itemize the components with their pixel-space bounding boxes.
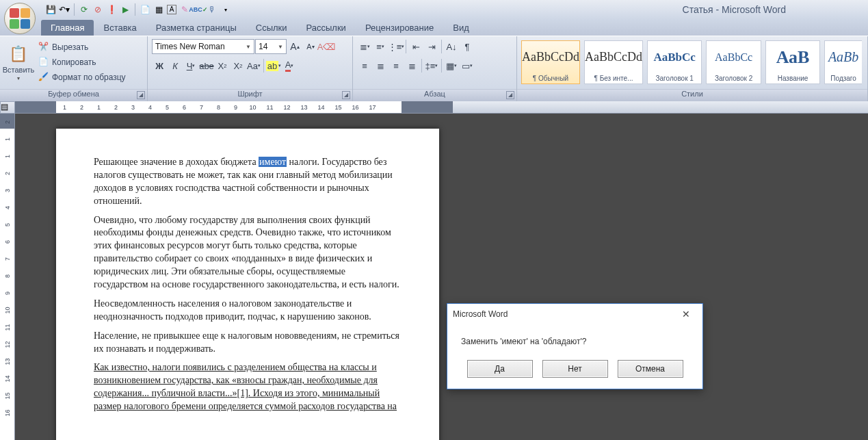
window-title: Статья - Microsoft Word [683, 4, 786, 15]
font-size-value: 14 [259, 42, 267, 51]
justify-button[interactable]: ≣ [404, 58, 419, 73]
style-title[interactable]: АаВНазвание [765, 40, 820, 84]
copy-label: Копировать [52, 57, 96, 67]
borders-button[interactable]: ▭▾ [460, 58, 475, 73]
align-left-button[interactable]: ≡ [357, 58, 372, 73]
bold-button[interactable]: Ж [152, 58, 167, 73]
undo-icon[interactable]: ↶▾ [59, 4, 70, 15]
replace-dialog: Microsoft Word ✕ Заменить 'имеют' на 'об… [447, 303, 703, 389]
shrink-font-button[interactable]: A▾ [303, 39, 318, 54]
group-paragraph: ≣▾ ≡▾ ⋮≡▾ ⇤ ⇥ A↓ ¶ ≡ ≣ ≡ ≣ ‡≡▾ ▦▾ ▭▾ [353, 36, 517, 101]
font-color-button[interactable]: A▾ [282, 58, 297, 73]
paste-icon: 📋 [9, 45, 28, 64]
doc-paragraph[interactable]: Решающее значение в доходах бюджета имею… [94, 156, 402, 208]
run-icon[interactable]: ▶ [120, 4, 131, 15]
font-name-value: Times New Roman [155, 42, 225, 51]
alert-icon[interactable]: ❗ [106, 4, 117, 15]
dialog-titlebar[interactable]: Microsoft Word ✕ [447, 304, 702, 324]
app-icon[interactable]: ▦ [153, 4, 164, 15]
font-name-combo[interactable]: Times New Roman▼ [152, 39, 254, 54]
stop-icon[interactable]: ⊘ [92, 4, 103, 15]
doc-paragraph[interactable]: Неосведомленность населения о налоговом … [94, 298, 402, 324]
qat-more-icon[interactable]: ▾ [220, 4, 231, 15]
shading-button[interactable]: ▦▾ [444, 58, 459, 73]
tab-review[interactable]: Рецензирование [356, 20, 443, 36]
paste-button[interactable]: 📋 Вставить ▾ [4, 39, 33, 88]
save-icon[interactable]: 💾 [45, 4, 56, 15]
brush-icon: 🖌️ [38, 72, 49, 83]
style-normal[interactable]: AaBbCcDd¶ Обычный [521, 40, 580, 84]
align-center-button[interactable]: ≣ [373, 58, 388, 73]
horizontal-ruler[interactable]: 121234567891011121314151617 [15, 101, 868, 114]
clear-format-button[interactable]: A⌫ [319, 39, 334, 54]
doc-paragraph[interactable]: Как известно, налоги появились с разделе… [94, 361, 402, 413]
bullets-button[interactable]: ≣▾ [357, 39, 372, 54]
tab-home[interactable]: Главная [41, 20, 94, 36]
dialog-message: Заменить 'имеют' на 'обладают'? [447, 324, 702, 360]
increase-indent-button[interactable]: ⇥ [424, 39, 439, 54]
title-bar: 💾 ↶▾ ⟳ ⊘ ❗ ▶ 📄 ▦ A ✎ ABC✓ 🎙 ▾ Статья - M… [0, 0, 868, 19]
show-marks-button[interactable]: ¶ [460, 39, 475, 54]
line-spacing-button[interactable]: ‡≡▾ [424, 58, 439, 73]
style-subtitle[interactable]: AaBbПодзаго [824, 40, 862, 84]
group-caption-font: Шрифт [237, 90, 262, 98]
font-size-combo[interactable]: 14▼ [255, 39, 287, 54]
group-font: Times New Roman▼ 14▼ A▴ A▾ A⌫ Ж К Ч ▾ ab… [148, 36, 353, 101]
style-heading1[interactable]: AaBbCcЗаголовок 1 [647, 40, 702, 84]
decrease-indent-button[interactable]: ⇤ [408, 39, 423, 54]
cancel-button[interactable]: Отмена [618, 360, 683, 378]
cut-label: Вырезать [52, 42, 88, 52]
highlight-button[interactable]: ab▾ [266, 58, 281, 73]
paste-label: Вставить [3, 66, 35, 74]
group-caption-styles: Стили [681, 90, 703, 98]
scissors-icon: ✂️ [38, 42, 49, 53]
paragraph-launcher[interactable]: ◢ [506, 91, 514, 99]
group-styles: AaBbCcDd¶ Обычный AaBbCcDd¶ Без инте... … [517, 36, 868, 101]
office-button[interactable] [4, 3, 36, 34]
copy-button[interactable]: 📄Копировать [36, 55, 129, 69]
superscript-button[interactable]: X2 [231, 58, 246, 73]
footnote-ref[interactable]: [1] [237, 388, 248, 398]
subscript-button[interactable]: X2 [215, 58, 230, 73]
grow-font-button[interactable]: A▴ [287, 39, 302, 54]
no-button[interactable]: Нет [542, 360, 608, 378]
italic-button[interactable]: К [168, 58, 183, 73]
underline-button[interactable]: Ч ▾ [183, 58, 198, 73]
close-icon[interactable]: ✕ [675, 306, 697, 322]
format-painter-label: Формат по образцу [52, 73, 126, 82]
cut-button[interactable]: ✂️Вырезать [36, 40, 129, 54]
multilevel-button[interactable]: ⋮≡▾ [389, 39, 404, 54]
mic-icon[interactable]: 🎙 [207, 4, 218, 15]
strike-button[interactable]: abe [199, 58, 214, 73]
tab-layout[interactable]: Разметка страницы [146, 20, 246, 36]
style-no-spacing[interactable]: AaBbCcDd¶ Без инте... [584, 40, 643, 84]
macro-icon[interactable]: 📄 [140, 4, 150, 15]
yes-button[interactable]: Да [467, 360, 533, 378]
font-launcher[interactable]: ◢ [342, 91, 350, 99]
workarea: ▤ 121234567891011121314151617 2112345678… [0, 101, 868, 440]
redo-icon[interactable]: ⟳ [79, 4, 90, 15]
sort-button[interactable]: A↓ [444, 39, 459, 54]
style-heading2[interactable]: AaBbCcЗаголовок 2 [706, 40, 761, 84]
selected-text[interactable]: имеют [259, 157, 287, 167]
spell-icon[interactable]: ABC✓ [193, 4, 204, 15]
text-a-icon[interactable]: A [167, 5, 176, 14]
document-body: Решающее значение в доходах бюджета имею… [94, 156, 402, 413]
tab-mailings[interactable]: Рассылки [297, 20, 356, 36]
tab-references[interactable]: Ссылки [246, 20, 297, 36]
tab-insert[interactable]: Вставка [94, 20, 146, 36]
tab-view[interactable]: Вид [443, 20, 479, 36]
vertical-ruler[interactable]: 2112345678910111213141516 [0, 114, 15, 440]
numbering-button[interactable]: ≡▾ [373, 39, 388, 54]
format-painter-button[interactable]: 🖌️Формат по образцу [36, 70, 129, 84]
quick-access-toolbar: 💾 ↶▾ ⟳ ⊘ ❗ ▶ 📄 ▦ A ✎ ABC✓ 🎙 ▾ [41, 0, 235, 19]
document-page[interactable]: Решающее значение в доходах бюджета имею… [56, 129, 439, 440]
doc-paragraph[interactable]: Очевидно, что любому государству для вып… [94, 214, 402, 292]
group-caption-clipboard: Буфер обмена [48, 90, 99, 98]
change-case-button[interactable]: Aa▾ [246, 58, 261, 73]
clipboard-launcher[interactable]: ◢ [137, 91, 145, 99]
align-right-button[interactable]: ≡ [389, 58, 404, 73]
doc-paragraph[interactable]: Население, не привыкшее еще к налоговым … [94, 330, 402, 356]
dialog-title: Microsoft Word [453, 309, 508, 319]
ruler-corner[interactable]: ▤ [0, 101, 15, 114]
